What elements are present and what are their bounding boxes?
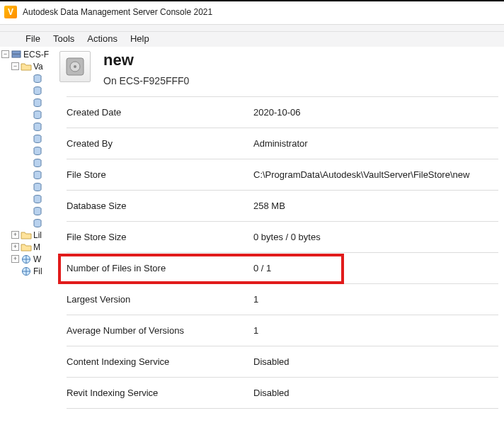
database-icon	[32, 74, 43, 84]
menu-tools[interactable]: Tools	[53, 33, 74, 44]
property-row: Content Indexing ServiceDisabled	[67, 346, 498, 377]
property-row: Average Number of Versions1	[67, 315, 498, 346]
menu-help[interactable]: Help	[130, 33, 149, 44]
property-value: Disabled	[253, 356, 290, 367]
database-icon	[32, 134, 43, 144]
property-row: Created Date2020-10-06	[67, 96, 498, 128]
globe-icon	[21, 254, 32, 264]
tree-management[interactable]: + M	[1, 241, 55, 253]
toolbar-spacer	[0, 25, 504, 32]
property-label: File Store Size	[67, 232, 253, 242]
svg-rect-1	[12, 55, 21, 57]
database-icon	[32, 110, 43, 120]
property-label: Largest Version	[67, 294, 253, 305]
detail-header: new On ECS-F925FFF0	[57, 48, 503, 96]
database-icon	[32, 146, 43, 156]
tree-vault-item[interactable]	[1, 217, 55, 229]
tree-workgroups[interactable]: + W	[1, 253, 55, 265]
tree-vault-item[interactable]	[1, 157, 55, 169]
vault-icon	[59, 51, 91, 82]
vault-title: new	[103, 51, 189, 69]
tree-vault-item[interactable]	[1, 96, 55, 108]
property-row: File Store Size0 bytes / 0 bytes	[67, 221, 498, 252]
tree-vault-item[interactable]	[1, 145, 55, 157]
menu-file[interactable]: File	[25, 33, 40, 44]
database-icon	[32, 86, 43, 96]
tree-filestores[interactable]: Fil	[1, 265, 55, 277]
property-value: 1	[253, 325, 258, 336]
database-icon	[32, 170, 43, 180]
property-value: 258 MB	[253, 200, 285, 211]
property-value: 2020-10-06	[253, 107, 301, 118]
app-icon: V	[4, 6, 17, 18]
tree-root[interactable]: − ECS-F	[1, 48, 55, 60]
tree-vault-item[interactable]	[1, 108, 55, 120]
tree-vault-item[interactable]	[1, 205, 55, 217]
property-label: Revit Indexing Service	[67, 388, 253, 398]
svg-rect-0	[12, 51, 21, 54]
property-label: File Store	[67, 169, 253, 180]
vault-subtitle: On ECS-F925FFF0	[103, 75, 189, 86]
tree-vaults-folder[interactable]: − Va	[1, 60, 55, 72]
folder-icon	[21, 62, 32, 72]
database-icon	[32, 218, 43, 228]
title-bar: V Autodesk Data Management Server Consol…	[0, 1, 504, 24]
property-row: Revit Indexing ServiceDisabled	[67, 377, 498, 409]
database-icon	[32, 98, 43, 108]
property-label: Database Size	[67, 200, 253, 211]
tree-vault-item[interactable]	[1, 193, 55, 205]
property-row: Database Size258 MB	[67, 190, 498, 221]
property-label: Created By	[67, 138, 253, 149]
property-label: Content Indexing Service	[67, 356, 253, 367]
tree-libraries[interactable]: + Lil	[1, 229, 55, 241]
window-title: Autodesk Data Management Server Console …	[23, 7, 212, 17]
folder-icon	[21, 242, 32, 252]
tree-vault-item[interactable]	[1, 72, 55, 84]
property-label: Created Date	[67, 107, 253, 118]
database-icon	[32, 206, 43, 216]
property-value: 0 / 1	[253, 263, 271, 273]
menu-actions[interactable]: Actions	[87, 33, 118, 44]
tree-vault-item[interactable]	[1, 132, 55, 145]
property-value: Disabled	[253, 388, 290, 398]
folder-icon	[21, 230, 32, 240]
property-value: C:\ProgramData\Autodesk\VaultServer\File…	[253, 169, 469, 180]
property-label: Average Number of Versions	[67, 325, 253, 336]
svg-point-19	[74, 65, 76, 68]
menu-bar: File Tools Actions Help	[0, 32, 504, 47]
database-icon	[32, 182, 43, 192]
property-value: 1	[253, 294, 258, 305]
tree-vault-item[interactable]	[1, 169, 55, 181]
database-icon	[32, 158, 43, 168]
properties-list: Created Date2020-10-06Created ByAdminist…	[57, 96, 503, 409]
database-icon	[32, 194, 43, 204]
property-value: Administrator	[253, 138, 308, 149]
property-label: Number of Files in Store	[67, 263, 253, 273]
property-row: Created ByAdministrator	[67, 128, 498, 159]
property-row: Largest Version1	[67, 283, 498, 315]
detail-panel: new On ECS-F925FFF0 Created Date2020-10-…	[55, 47, 504, 435]
property-row: Number of Files in Store0 / 1	[67, 252, 498, 283]
tree-vault-item[interactable]	[1, 84, 55, 96]
server-icon	[11, 50, 22, 60]
globe-icon	[21, 266, 32, 276]
tree-vault-item[interactable]	[1, 181, 55, 193]
property-value: 0 bytes / 0 bytes	[253, 232, 321, 242]
tree-panel[interactable]: − ECS-F − Va + Lil	[0, 47, 55, 435]
tree-vault-item[interactable]	[1, 120, 55, 132]
property-row: File StoreC:\ProgramData\Autodesk\VaultS…	[67, 159, 498, 190]
database-icon	[32, 122, 43, 132]
